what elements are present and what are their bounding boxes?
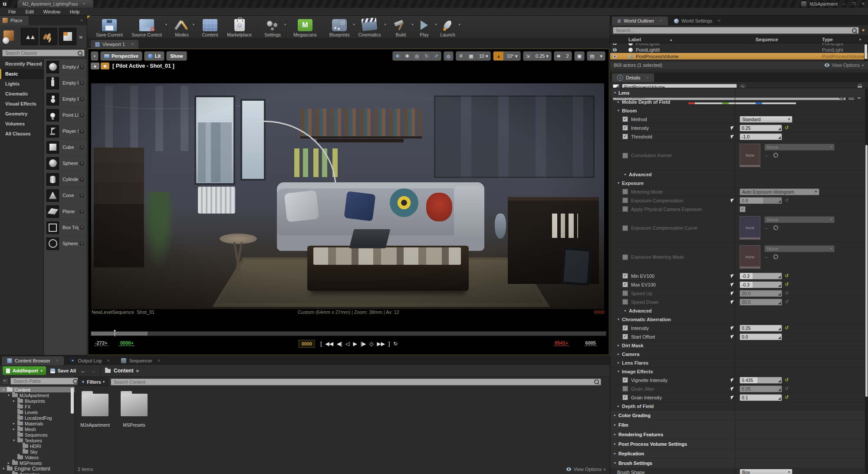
world-settings-tab[interactable]: World Settings ✕ [669, 16, 726, 25]
dropdown-arrow-icon[interactable]: ▾ [193, 23, 194, 26]
override-checkbox[interactable] [622, 386, 628, 392]
folder-mspresets[interactable]: MSPresets [117, 388, 151, 428]
dropdown-metering-mode[interactable]: Auto Exposure Histogram▾ [740, 188, 819, 195]
collapse-arrow-icon[interactable]: ▾ [616, 181, 621, 185]
value-field[interactable]: 0.0 [740, 333, 782, 340]
rotate-tool-icon[interactable]: ◎ [412, 52, 422, 60]
forward-button[interactable]: → [90, 368, 96, 374]
reset-to-default-icon[interactable]: ↺ [785, 273, 789, 279]
expand-arrow-icon[interactable]: ▸ [613, 451, 617, 455]
world-local-toggle[interactable]: ◍ [444, 51, 454, 61]
menu-file[interactable]: File [3, 9, 21, 14]
column-label[interactable]: Label [628, 37, 641, 42]
class-info-icon[interactable]: ? [79, 176, 85, 183]
class-info-icon[interactable]: ? [79, 192, 85, 199]
search-content[interactable] [111, 379, 601, 385]
value-field[interactable]: -1.0 [740, 133, 782, 140]
details-section-mobile-depth-of-field[interactable]: ▸Mobile Depth of Field [610, 98, 868, 106]
surface-snap-icon[interactable]: ⚟ [456, 52, 466, 60]
type-filter-icon[interactable]: ▼ [858, 38, 862, 42]
timeline-start-label[interactable]: -272+ [94, 340, 108, 346]
outliner-row-pointlight8[interactable]: PointLight8PointLight [610, 43, 868, 46]
level-tab[interactable]: MJ_Apartment_LightingPass ✕ [17, 0, 93, 8]
place-category-visual-effects[interactable]: Visual Effects [0, 99, 43, 109]
override-checkbox[interactable]: ✓ [622, 125, 628, 131]
place-item-cone[interactable]: Cone? [44, 188, 87, 204]
place-search[interactable] [2, 49, 85, 56]
details-section-lens-flares[interactable]: ▸Lens Flares [610, 359, 868, 367]
transport-play-reverse-button[interactable]: ◁ [345, 339, 350, 348]
outliner-search[interactable] [613, 27, 859, 34]
column-type[interactable]: Type [822, 37, 833, 42]
close-button[interactable]: ✕ [860, 2, 866, 6]
reset-to-default-icon[interactable]: ↺ [785, 282, 789, 287]
details-prop-exposure-compensation[interactable]: Exposure Compensation0.8↺ [610, 196, 868, 205]
override-checkbox[interactable]: ✓ [622, 134, 628, 139]
tree-item-levels[interactable]: Levels [0, 409, 75, 415]
place-category-lights[interactable]: Lights [0, 79, 43, 89]
tree-item-mspresets[interactable]: ▸MSPresets [0, 460, 75, 466]
stop-piloting-button[interactable]: ▲ [91, 63, 99, 69]
transport-play-forward-button[interactable]: ▶ [352, 339, 358, 348]
foliage-mode-icon[interactable] [40, 28, 57, 45]
place-category-basic[interactable]: Basic [0, 69, 43, 79]
details-prop-apply-physical-camera-exposure[interactable]: Apply Physical Camera Exposure✓ [610, 205, 868, 214]
scale-snap-icon[interactable]: ⇲ [523, 52, 533, 60]
outliner-scrollbar[interactable] [864, 43, 868, 61]
expand-arrow-icon[interactable]: ▸ [616, 352, 621, 356]
asset-dropdown[interactable]: None▾ [764, 216, 835, 223]
override-checkbox[interactable]: ✓ [622, 395, 628, 400]
column-sequence[interactable]: Sequence [756, 37, 778, 42]
viewport-tab[interactable]: Viewport 1 ✕ [91, 40, 138, 49]
add-filter-icon[interactable]: ✦ [861, 27, 865, 33]
override-checkbox[interactable]: ✓ [622, 334, 628, 339]
select-tool-icon[interactable]: ✥ [393, 52, 402, 60]
details-prop-grain-intensity[interactable]: ✓Grain Intensity0.1↺ [610, 393, 868, 402]
dropdown-brush-shape[interactable]: Box▾ [740, 469, 792, 474]
viewport-tab-close-icon[interactable]: ✕ [131, 42, 135, 46]
collapse-arrow-icon[interactable]: ▾ [616, 369, 621, 373]
use-selected-icon[interactable]: ← [764, 225, 769, 230]
viewport-options-button[interactable]: ▾ [91, 51, 99, 61]
tab-output-log[interactable]: »Output Log✕ [65, 356, 115, 365]
folder-mjsapartment[interactable]: MJsApartment [78, 388, 112, 428]
expand-arrow-icon[interactable]: ▸ [616, 404, 621, 408]
class-info-icon[interactable]: ? [79, 160, 85, 167]
visibility-eye-icon[interactable] [613, 55, 617, 58]
visibility-eye-icon[interactable] [613, 43, 617, 45]
value-field[interactable]: 20.0 [740, 299, 782, 306]
details-section-chromatic-aberration[interactable]: ▾Chromatic Aberration [610, 315, 868, 324]
reset-to-default-icon[interactable]: ↺ [785, 386, 789, 392]
reset-to-default-icon[interactable]: ↺ [785, 325, 789, 331]
rotation-snap-control[interactable]: ▲ 10° ▾ [493, 51, 520, 61]
reset-to-default-icon[interactable]: ↺ [785, 125, 789, 131]
dropdown-arrow-icon[interactable]: ▾ [165, 23, 167, 26]
value-field[interactable]: -0.3 [740, 281, 782, 288]
fly-tool-icon[interactable]: ⇗ [431, 52, 441, 60]
search-paths-input[interactable] [13, 378, 73, 384]
world-outliner-tab[interactable]: ≣ World Outliner ✕ [612, 16, 668, 25]
toolbar-marketplace[interactable]: Marketplace [223, 16, 256, 39]
scale-snap-value[interactable]: 0.25 ▾ [533, 52, 551, 60]
outliner-view-options-button[interactable]: View Options▾ [825, 63, 864, 68]
tree-item-sky[interactable]: Sky [0, 449, 75, 454]
details-section-brush-settings[interactable]: ▾Brush Settings [610, 458, 868, 468]
toolbar-build[interactable]: Build▾ [389, 16, 412, 39]
timeline-out-label[interactable]: 0541+ [554, 340, 569, 346]
use-selected-icon[interactable]: ← [764, 254, 769, 259]
timeline-in-label[interactable]: 0000+ [119, 340, 135, 346]
class-info-icon[interactable]: ? [79, 128, 85, 135]
override-checkbox[interactable] [622, 225, 628, 231]
tab-close-icon[interactable]: ✕ [107, 359, 110, 363]
tab-content-browser[interactable]: Content Browser✕ [2, 356, 64, 365]
expand-arrow-icon[interactable]: ▸ [613, 423, 617, 427]
tree-item-engine-content[interactable]: ▾Engine Content [0, 466, 75, 471]
asset-thumbnail[interactable]: None [740, 245, 760, 269]
transport-jump-previous-button[interactable]: ◀◀ [325, 339, 334, 348]
toolbar-save-current[interactable]: Save Current [92, 16, 127, 39]
details-section-color-grading[interactable]: ▸Color Grading [610, 411, 868, 420]
browse-asset-icon[interactable] [773, 254, 778, 259]
search-paths[interactable] [10, 378, 80, 385]
value-field[interactable]: 0.25 [740, 125, 782, 132]
timeline-scrubber[interactable]: ▼ [91, 331, 606, 336]
